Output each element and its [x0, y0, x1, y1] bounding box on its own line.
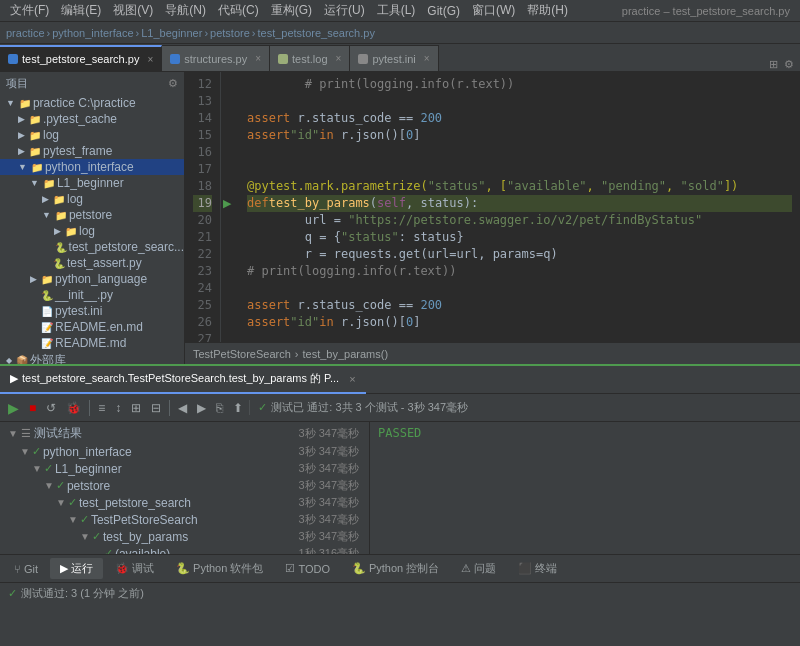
md-icon: 📝: [39, 338, 55, 349]
tab-python-packages[interactable]: 🐍 Python 软件包: [166, 558, 273, 579]
run-sort-btn[interactable]: ↕: [111, 399, 125, 417]
tab-run[interactable]: ▶ 运行: [50, 558, 103, 579]
lib-icon: 📦: [14, 355, 30, 364]
menu-item-nav[interactable]: 导航(N): [159, 0, 212, 21]
tree-item-pytest-frame[interactable]: ▶ 📁 pytest_frame: [0, 143, 184, 159]
tab-pytest-ini[interactable]: pytest.ini ×: [350, 45, 438, 71]
results-icon: ☰: [18, 427, 34, 440]
editor-config-btn[interactable]: ⚙: [784, 58, 794, 71]
breadcrumb-item-1[interactable]: python_interface: [50, 27, 135, 39]
tab-close-2[interactable]: ×: [255, 53, 261, 64]
tree-item-init[interactable]: ▶ 🐍 __init__.py: [0, 287, 184, 303]
run-play-btn[interactable]: ▶: [4, 398, 23, 418]
run-prev-btn[interactable]: ◀: [174, 399, 191, 417]
sidebar-header: 项目 ⚙: [0, 72, 184, 95]
run-tab-bar: ▶ test_petstore_search.TestPetStoreSearc…: [0, 366, 800, 394]
breadcrumb-item-4[interactable]: test_petstore_search.py: [255, 27, 376, 39]
run-gutter-play-icon[interactable]: ▶: [221, 195, 239, 212]
tree-item-log2[interactable]: ▶ 📁 log: [0, 191, 184, 207]
menu-item-view[interactable]: 视图(V): [107, 0, 159, 21]
expand-icon: ▶: [16, 146, 27, 156]
test-item-l1-beginner[interactable]: ▼ ✓ L1_beginner 3秒 347毫秒: [0, 460, 369, 477]
tab-close[interactable]: ×: [147, 54, 153, 65]
sidebar-settings-icon[interactable]: ⚙: [168, 77, 178, 90]
tab-close-3[interactable]: ×: [336, 53, 342, 64]
breadcrumb-class[interactable]: TestPetStoreSearch: [193, 348, 291, 360]
test-item-results[interactable]: ▼ ☰ 测试结果 3秒 347毫秒: [0, 424, 369, 443]
status-test-result[interactable]: ✓ 测试通过: 3 (1 分钟 之前): [8, 586, 144, 601]
tree-item-python-interface[interactable]: ▼ 📁 python_interface: [0, 159, 184, 175]
ini-icon: [358, 54, 368, 64]
run-collapse-btn[interactable]: ⊟: [147, 399, 165, 417]
tree-label: pytest.ini: [55, 304, 102, 318]
menu-item-file[interactable]: 文件(F): [4, 0, 55, 21]
test-item-testpetstore-search-class[interactable]: ▼ ✓ TestPetStoreSearch 3秒 347毫秒: [0, 511, 369, 528]
menu-item-tools[interactable]: 工具(L): [371, 0, 422, 21]
test-item-test-petstore-search[interactable]: ▼ ✓ test_petstore_search 3秒 347毫秒: [0, 494, 369, 511]
tree-item-python-language[interactable]: ▶ 📁 python_language: [0, 271, 184, 287]
test-label: test_petstore_search: [79, 496, 191, 510]
tree-item-log[interactable]: ▶ 📁 log: [0, 127, 184, 143]
run-filter-btn[interactable]: ≡: [94, 399, 109, 417]
tab-git[interactable]: ⑂ Git: [4, 560, 48, 578]
output-text: PASSED: [378, 426, 421, 440]
tab-test-petstore-search[interactable]: test_petstore_search.py ×: [0, 45, 162, 71]
tree-item-external-libs[interactable]: ◆ 📦 外部库: [0, 351, 184, 364]
tab-terminal[interactable]: ⬛ 终端: [508, 558, 567, 579]
test-item-test-by-params[interactable]: ▼ ✓ test_by_params 3秒 347毫秒: [0, 528, 369, 545]
test-item-petstore[interactable]: ▼ ✓ petstore 3秒 347毫秒: [0, 477, 369, 494]
run-expand-btn[interactable]: ⊞: [127, 399, 145, 417]
tab-todo[interactable]: ☑ TODO: [275, 559, 340, 578]
tree-item-readme[interactable]: ▶ 📝 README.md: [0, 335, 184, 351]
test-label: 测试结果: [34, 425, 82, 442]
tree-item-l1-beginner[interactable]: ▼ 📁 L1_beginner: [0, 175, 184, 191]
tree-item-test-assert[interactable]: ▶ 🐍 test_assert.py: [0, 255, 184, 271]
menu-item-code[interactable]: 代码(C): [212, 0, 265, 21]
breadcrumb-method[interactable]: test_by_params(): [303, 348, 389, 360]
tree-item-petstore[interactable]: ▼ 📁 petstore: [0, 207, 184, 223]
run-debug-btn[interactable]: 🐞: [62, 399, 85, 417]
tree-item-test-petstore[interactable]: ▶ 🐍 test_petstore_searc...: [0, 239, 184, 255]
check-icon: ✓: [30, 445, 43, 458]
test-item-available[interactable]: ▼ ✓ (available) 1秒 316毫秒: [0, 545, 369, 554]
menu-item-run[interactable]: 运行(U): [318, 0, 371, 21]
todo-icon: ☑: [285, 562, 295, 575]
code-line-18: @pytest.mark.parametrize("status", ["ava…: [247, 178, 792, 195]
py-icon: 🐍: [39, 290, 55, 301]
run-tab-active[interactable]: ▶ test_petstore_search.TestPetStoreSearc…: [0, 366, 366, 394]
folder-expand-icon: ▼: [56, 497, 66, 508]
tab-python-console[interactable]: 🐍 Python 控制台: [342, 558, 449, 579]
test-item-python-interface[interactable]: ▼ ✓ python_interface 3秒 347毫秒: [0, 443, 369, 460]
tree-item-pytest-ini[interactable]: ▶ 📄 pytest.ini: [0, 303, 184, 319]
tree-label: __init__.py: [55, 288, 113, 302]
menu-item-window[interactable]: 窗口(W): [466, 0, 521, 21]
run-next-btn[interactable]: ▶: [193, 399, 210, 417]
breadcrumb-item-3[interactable]: petstore: [208, 27, 252, 39]
tree-item-pytest-cache[interactable]: ▶ 📁 .pytest_cache: [0, 111, 184, 127]
tree-item-readme-en[interactable]: ▶ 📝 README.en.md: [0, 319, 184, 335]
tab-close-4[interactable]: ×: [424, 53, 430, 64]
menu-item-git[interactable]: Git(G): [421, 2, 466, 20]
editor-split-btn[interactable]: ⊞: [769, 58, 778, 71]
menu-item-refactor[interactable]: 重构(G): [265, 0, 318, 21]
breadcrumb-item-0[interactable]: practice: [4, 27, 47, 39]
menu-item-help[interactable]: 帮助(H): [521, 0, 574, 21]
breadcrumb-item-2[interactable]: L1_beginner: [139, 27, 204, 39]
run-rerun-btn[interactable]: ↺: [42, 399, 60, 417]
tree-label: README.md: [55, 336, 126, 350]
code-editor[interactable]: # print(logging.info(r.text)) assert r.s…: [239, 72, 800, 342]
md-icon: 📝: [39, 322, 55, 333]
tab-test-log[interactable]: test.log ×: [270, 45, 350, 71]
run-copy-btn[interactable]: ⎘: [212, 399, 227, 417]
code-line-17: [247, 161, 792, 178]
tree-item-practice[interactable]: ▼ 📁 practice C:\practice: [0, 95, 184, 111]
tab-debug[interactable]: 🐞 调试: [105, 558, 164, 579]
run-export-btn[interactable]: ⬆: [229, 399, 247, 417]
code-line-19: def test_by_params(self, status):: [247, 195, 792, 212]
tab-structures[interactable]: structures.py ×: [162, 45, 270, 71]
menu-item-edit[interactable]: 编辑(E): [55, 0, 107, 21]
tree-item-log3[interactable]: ▶ 📁 log: [0, 223, 184, 239]
tab-problems[interactable]: ⚠ 问题: [451, 558, 506, 579]
run-tab-close[interactable]: ×: [349, 373, 355, 385]
run-stop-btn[interactable]: ■: [25, 399, 40, 417]
